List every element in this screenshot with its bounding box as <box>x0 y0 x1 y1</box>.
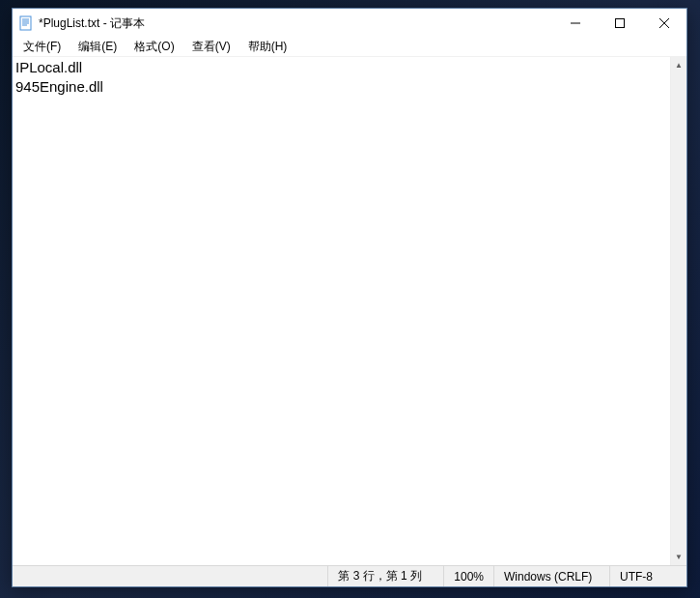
close-button[interactable] <box>642 9 686 38</box>
minimize-button[interactable] <box>553 9 598 38</box>
scroll-up-arrow-icon[interactable]: ▲ <box>671 57 686 73</box>
scroll-track[interactable] <box>671 73 686 549</box>
editor-area: ▲ ▼ <box>13 57 686 565</box>
titlebar[interactable]: *PlugList.txt - 记事本 <box>13 9 686 38</box>
notepad-icon <box>18 15 34 31</box>
maximize-icon <box>615 18 625 28</box>
notepad-window: *PlugList.txt - 记事本 文件(F) 编辑(E) 格式(O) 查看… <box>12 8 687 587</box>
window-controls <box>553 9 686 38</box>
status-zoom: 100% <box>443 566 493 586</box>
minimize-icon <box>571 18 580 28</box>
text-editor[interactable] <box>13 57 670 565</box>
close-icon <box>659 18 669 28</box>
menu-format[interactable]: 格式(O) <box>126 37 182 57</box>
statusbar: 第 3 行，第 1 列 100% Windows (CRLF) UTF-8 <box>13 565 686 586</box>
maximize-button[interactable] <box>598 9 642 38</box>
menubar: 文件(F) 编辑(E) 格式(O) 查看(V) 帮助(H) <box>13 38 686 57</box>
menu-view[interactable]: 查看(V) <box>183 37 239 57</box>
menu-edit[interactable]: 编辑(E) <box>70 37 126 57</box>
window-title: *PlugList.txt - 记事本 <box>39 15 553 32</box>
svg-rect-6 <box>616 19 625 28</box>
status-encoding: UTF-8 <box>609 566 686 586</box>
status-line-ending: Windows (CRLF) <box>493 566 609 586</box>
status-cursor-position: 第 3 行，第 1 列 <box>327 566 443 586</box>
vertical-scrollbar[interactable]: ▲ ▼ <box>670 57 686 565</box>
menu-file[interactable]: 文件(F) <box>14 37 70 57</box>
scroll-down-arrow-icon[interactable]: ▼ <box>671 549 686 565</box>
menu-help[interactable]: 帮助(H) <box>239 37 296 57</box>
